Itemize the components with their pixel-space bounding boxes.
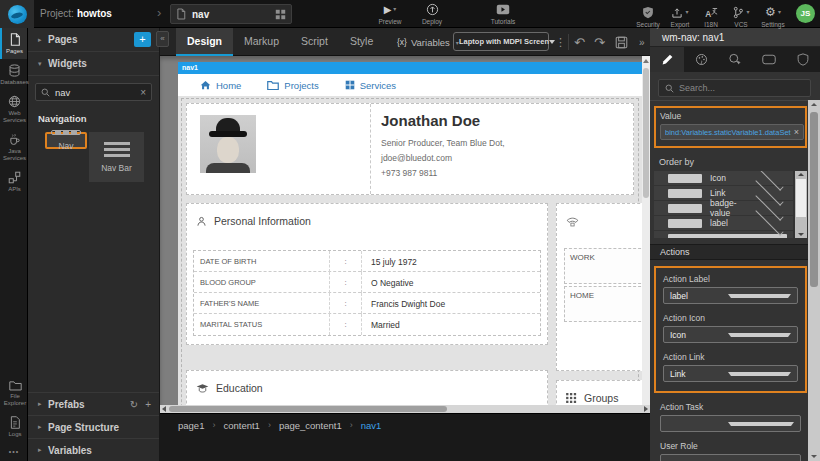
order-by-item-icon[interactable]: Icon: [654, 171, 793, 185]
i18n-button[interactable]: A I18N: [696, 6, 726, 28]
rail-item-file-explorer[interactable]: File Explorer: [0, 375, 28, 411]
table-row[interactable]: FATHER'S NAME : Francis Dwight Doe: [194, 293, 540, 314]
widget-search-input[interactable]: [55, 87, 140, 98]
section-page-structure[interactable]: ▸ Page Structure: [28, 415, 159, 438]
section-pages[interactable]: ▸ Pages +: [28, 28, 159, 52]
widget-tile-nav[interactable]: Nav: [45, 132, 87, 149]
selected-widget-bar[interactable]: nav1: [178, 62, 642, 74]
refresh-icon[interactable]: ↻: [130, 399, 138, 410]
expand-right-icon[interactable]: »: [639, 28, 645, 56]
breadcrumb-content1[interactable]: content1: [223, 420, 259, 431]
scroll-up-icon[interactable]: [798, 173, 804, 176]
profile-card[interactable]: Jonathan Doe Senior Producer, Team Blue …: [186, 103, 634, 195]
section-prefabs[interactable]: ▸ Prefabs ↻ +: [28, 392, 159, 415]
apps-grid-icon[interactable]: [275, 9, 286, 20]
export-button[interactable]: ▾ Export: [664, 6, 696, 28]
tab-design[interactable]: Design: [176, 28, 233, 56]
clear-value-icon[interactable]: ×: [794, 127, 799, 137]
scrollbar-thumb[interactable]: [643, 68, 649, 198]
wavemaker-logo[interactable]: [0, 0, 34, 28]
tab-properties[interactable]: [650, 47, 684, 72]
user-avatar[interactable]: JS: [796, 4, 815, 23]
canvas-horizontal-scrollbar[interactable]: [160, 405, 650, 413]
tab-events[interactable]: [718, 47, 752, 72]
tutorials-button[interactable]: Tutorials: [483, 3, 523, 25]
tab-markup[interactable]: Markup: [233, 28, 290, 56]
tab-style[interactable]: Style: [339, 28, 384, 56]
breadcrumb-page-content1[interactable]: page_content1: [279, 420, 342, 431]
table-row[interactable]: MARITAL STATUS : Married: [194, 314, 540, 335]
properties-scrollbar[interactable]: [808, 100, 820, 461]
undo-icon[interactable]: ↶: [574, 28, 585, 56]
rail-item-apis[interactable]: APIs: [0, 166, 27, 197]
add-prefab-icon[interactable]: +: [145, 399, 151, 410]
scrollbar-thumb[interactable]: [169, 406, 447, 412]
user-role-select[interactable]: [660, 454, 801, 461]
rail-item-web-services[interactable]: Web Services: [0, 90, 27, 128]
personal-info-card[interactable]: Personal Information DATE OF BIRTH : 15 …: [186, 203, 548, 345]
rail-item-pages[interactable]: Pages: [0, 28, 27, 59]
preview-button[interactable]: ▶▾ Preview: [370, 3, 410, 25]
nav-item-home[interactable]: Home: [200, 80, 241, 91]
security-button[interactable]: Security: [632, 6, 664, 28]
order-by-scrollbar[interactable]: [795, 171, 807, 238]
design-canvas[interactable]: nav1 Home Projects Services: [160, 56, 650, 433]
variables-button[interactable]: {x} Variables ▾: [397, 28, 459, 56]
nav-item-services[interactable]: Services: [345, 80, 396, 91]
rail-item-java-services[interactable]: Java Services: [0, 128, 27, 166]
section-widgets[interactable]: ▾ Widgets: [28, 52, 159, 76]
rail-more-icon[interactable]: •••: [0, 442, 28, 457]
properties-search-input[interactable]: [679, 83, 804, 93]
action-label-select[interactable]: label: [663, 287, 798, 304]
vcs-button[interactable]: ▾ VCS: [726, 6, 756, 28]
action-task-select[interactable]: [660, 415, 801, 432]
canvas-vertical-scrollbar[interactable]: [642, 56, 650, 433]
table-row[interactable]: DATE OF BIRTH : 15 july 1972: [194, 251, 540, 272]
collapse-left-panel-button[interactable]: «: [156, 31, 169, 47]
tab-script[interactable]: Script: [290, 28, 339, 56]
table-row[interactable]: BLOOD GROUP : O Negative: [194, 272, 540, 293]
settings-button[interactable]: ⚙▾ Settings: [756, 6, 790, 28]
more-options-icon[interactable]: ⋮: [555, 28, 566, 56]
nav-item-projects[interactable]: Projects: [267, 80, 318, 91]
scroll-right-icon[interactable]: [644, 406, 648, 412]
scrollbar-thumb[interactable]: [796, 179, 806, 217]
widget-tile-navbar[interactable]: Nav Bar: [89, 132, 144, 182]
tab-styles[interactable]: [684, 47, 718, 72]
order-by-item-label[interactable]: label: [654, 216, 793, 230]
order-by-item-badge-value[interactable]: badge-value: [654, 201, 793, 215]
device-selector[interactable]: Laptop with MDPI Screen: [453, 32, 549, 51]
page-selector[interactable]: nav: [170, 4, 292, 24]
section-variables[interactable]: ▸ Variables: [28, 438, 159, 461]
checkbox[interactable]: [668, 219, 702, 228]
actions-section-header[interactable]: Actions: [650, 244, 808, 260]
checkbox[interactable]: [668, 234, 787, 239]
breadcrumb-nav1[interactable]: nav1: [361, 420, 382, 431]
checkbox[interactable]: [668, 189, 702, 198]
save-icon[interactable]: [615, 28, 628, 56]
scroll-down-icon[interactable]: [811, 455, 817, 458]
deploy-button[interactable]: Deploy: [412, 3, 452, 25]
tab-security[interactable]: [786, 47, 820, 72]
add-page-button[interactable]: +: [134, 32, 151, 47]
scroll-down-icon[interactable]: [798, 233, 804, 236]
clear-search-icon[interactable]: ×: [140, 87, 146, 98]
tab-device[interactable]: [752, 47, 786, 72]
scroll-left-icon[interactable]: [162, 406, 166, 412]
rail-item-databases[interactable]: Databases: [0, 59, 27, 90]
breadcrumb-page1[interactable]: page1: [178, 420, 204, 431]
redo-icon[interactable]: ↷: [594, 28, 605, 56]
action-link-select[interactable]: Link: [663, 365, 798, 382]
action-icon-select[interactable]: Icon: [663, 326, 798, 343]
order-by-item-partial[interactable]: [654, 231, 793, 238]
contact-card[interactable]: WORK HOME: [556, 203, 650, 371]
contact-work-box[interactable]: WORK: [564, 248, 646, 284]
rail-item-logs[interactable]: Logs: [0, 411, 28, 442]
scroll-up-icon[interactable]: [643, 59, 649, 63]
scrollbar-thumb[interactable]: [810, 112, 818, 287]
contact-home-box[interactable]: HOME: [564, 286, 646, 322]
checkbox[interactable]: [668, 174, 702, 183]
scroll-up-icon[interactable]: [811, 103, 817, 106]
value-bind-input[interactable]: bind:Variables.staticVariable1.dataSet ×: [660, 124, 804, 140]
checkbox[interactable]: [668, 204, 702, 213]
